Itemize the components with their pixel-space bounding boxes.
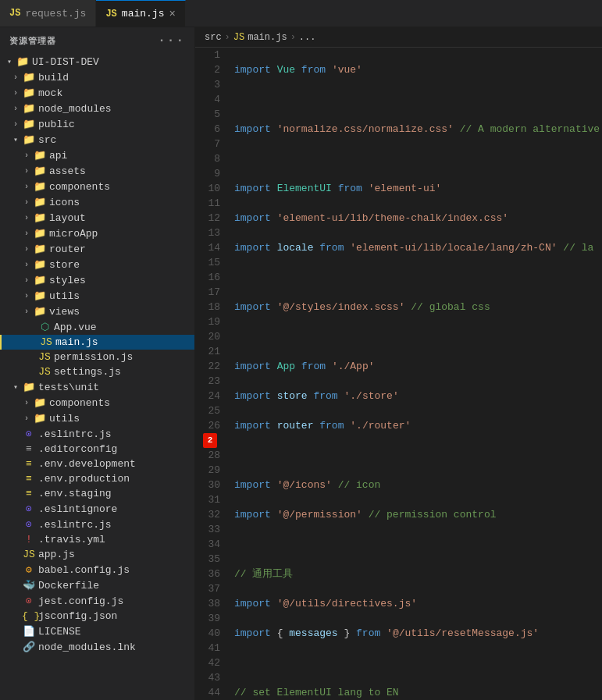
eslintignore-icon: ⊙ (22, 503, 36, 515)
tree-build[interactable]: › 📁 build (0, 69, 194, 85)
babel-icon: ⚙ (22, 563, 36, 576)
tree-icons[interactable]: › 📁 icons (0, 194, 194, 210)
tree-components[interactable]: › 📁 components (0, 179, 194, 194)
api-label: api (49, 150, 194, 162)
tree-root[interactable]: ▾ 📁 UI-DIST-DEV (0, 54, 194, 69)
tree-eslintignore[interactable]: › ⊙ .eslintignore (0, 501, 194, 517)
tree-styles[interactable]: › 📁 styles (0, 272, 194, 288)
build-folder-icon: 📁 (22, 71, 36, 84)
tree-router[interactable]: › 📁 router (0, 241, 194, 257)
tree-src[interactable]: ▾ 📁 src (0, 132, 194, 147)
tree-jsconfig[interactable]: › { } jsconfig.json (0, 609, 194, 624)
tab-bar: JS request.js JS main.js × (0, 0, 602, 27)
tree-store[interactable]: › 📁 store (0, 257, 194, 272)
router-folder-icon: 📁 (33, 243, 47, 255)
eslintrc2-icon: ⊙ (22, 518, 36, 531)
root-label: UI-DIST-DEV (32, 56, 194, 68)
env-prod-icon: ≡ (22, 473, 36, 485)
line-8 (234, 270, 602, 285)
tree-layout[interactable]: › 📁 layout (0, 210, 194, 226)
tree-app-vue[interactable]: › ⬡ App.vue (0, 319, 194, 335)
tree-node-modules-lnk[interactable]: › 🔗 node_modules.lnk (0, 639, 194, 655)
tab-main-js-icon: JS (105, 9, 116, 20)
sidebar-title-label: 资源管理器 (9, 35, 56, 47)
tree-tests-unit[interactable]: ▾ 📁 tests\unit (0, 379, 194, 395)
root-arrow-icon: ▾ (3, 57, 16, 66)
breadcrumb-main: main.js (248, 32, 287, 43)
tree-node-modules[interactable]: › 📁 node_modules (0, 101, 194, 116)
mock-label: mock (38, 87, 194, 99)
public-label: public (38, 119, 194, 130)
api-arrow-icon: › (20, 151, 33, 160)
tree-license[interactable]: › 📄 LICENSE (0, 624, 194, 639)
tree-main-js[interactable]: › JS main.js (0, 335, 194, 350)
tests-utils-folder-icon: 📁 (33, 412, 47, 425)
lnk-icon: 🔗 (22, 641, 36, 653)
line-18: // 通用工具 (234, 567, 602, 581)
store-label: store (49, 259, 194, 271)
eslintignore-label: .eslintignore (38, 503, 194, 515)
app-vue-label: App.vue (54, 322, 194, 333)
tree-eslintrc2[interactable]: › ⊙ .eslintrc.js (0, 517, 194, 532)
dockerfile-icon: 🐳 (22, 579, 36, 592)
code-content[interactable]: import Vue from 'vue' import 'normalize.… (228, 48, 602, 700)
styles-label: styles (49, 275, 194, 286)
eslintrc-label: .eslintrc.js (38, 428, 194, 440)
tree-babel[interactable]: › ⚙ babel.config.js (0, 562, 194, 577)
permission-js-icon: JS (37, 351, 52, 363)
icons-label: icons (49, 197, 194, 208)
tree-dockerfile[interactable]: › 🐳 Dockerfile (0, 577, 194, 593)
breadcrumb: src › JS main.js › ... (195, 27, 602, 48)
editorconfig-icon: ≡ (22, 443, 36, 455)
tests-folder-icon: 📁 (22, 381, 36, 393)
app-vue-icon: ⬡ (37, 321, 52, 333)
env-staging-label: .env.staging (38, 488, 194, 499)
mock-folder-icon: 📁 (22, 87, 36, 99)
tree-microapp[interactable]: › 📁 microApp (0, 226, 194, 241)
tree-app-js[interactable]: › JS app.js (0, 547, 194, 562)
code-editor[interactable]: 1 2 3 4 5 6 7 8 9 10 11 12 13 14 15 16 1 (195, 48, 602, 700)
tab-request-label: request.js (25, 8, 86, 20)
main-js-icon: JS (39, 336, 53, 348)
sidebar-menu-dots[interactable]: ··· (158, 34, 185, 48)
router-arrow-icon: › (20, 245, 33, 254)
tree-editorconfig[interactable]: › ≡ .editorconfig (0, 442, 194, 457)
eslintrc2-label: .eslintrc.js (38, 519, 194, 531)
travis-icon: ! (22, 534, 36, 545)
line-17 (234, 537, 602, 552)
tree-tests-components[interactable]: › 📁 components (0, 395, 194, 410)
build-arrow-icon: › (9, 73, 22, 82)
tree-views[interactable]: › 📁 views (0, 304, 194, 319)
icons-arrow-icon: › (20, 198, 33, 207)
node-modules-label: node_modules (38, 103, 194, 115)
tree-permission-js[interactable]: › JS permission.js (0, 350, 194, 364)
editorconfig-label: .editorconfig (38, 443, 194, 455)
tree-settings-js[interactable]: › JS settings.js (0, 364, 194, 379)
router-label: router (49, 243, 194, 255)
breadcrumb-sep2: › (290, 32, 296, 43)
assets-label: assets (49, 165, 194, 177)
tree-travis[interactable]: › ! .travis.yml (0, 532, 194, 547)
license-icon: 📄 (22, 625, 36, 638)
tree-env-staging[interactable]: › ≡ .env.staging (0, 486, 194, 501)
tree-utils[interactable]: › 📁 utils (0, 288, 194, 304)
tree-jest[interactable]: › ⊙ jest.config.js (0, 593, 194, 609)
tree-mock[interactable]: › 📁 mock (0, 85, 194, 101)
tree-eslintrc[interactable]: › ⊙ .eslintrc.js (0, 426, 194, 442)
tree-env-dev[interactable]: › ≡ .env.development (0, 457, 194, 471)
line-9: import '@/styles/index.scss' // global c… (234, 300, 602, 314)
tab-main-js[interactable]: JS main.js × (96, 0, 185, 27)
tree-api[interactable]: › 📁 api (0, 147, 194, 163)
close-tab-icon[interactable]: × (169, 8, 175, 20)
tree-tests-utils[interactable]: › 📁 utils (0, 410, 194, 426)
line-19: import '@/utils/directives.js' (234, 596, 602, 611)
line-numbers: 1 2 3 4 5 6 7 8 9 10 11 12 13 14 15 16 1 (195, 48, 228, 700)
line-2 (234, 92, 602, 107)
tree-public[interactable]: › 📁 public (0, 116, 194, 132)
tests-utils-label: utils (49, 413, 194, 425)
tree-env-prod[interactable]: › ≡ .env.production (0, 471, 194, 486)
tree-assets[interactable]: › 📁 assets (0, 163, 194, 179)
tab-request-js[interactable]: JS request.js (0, 0, 96, 27)
babel-label: babel.config.js (38, 564, 194, 576)
layout-folder-icon: 📁 (33, 211, 47, 224)
